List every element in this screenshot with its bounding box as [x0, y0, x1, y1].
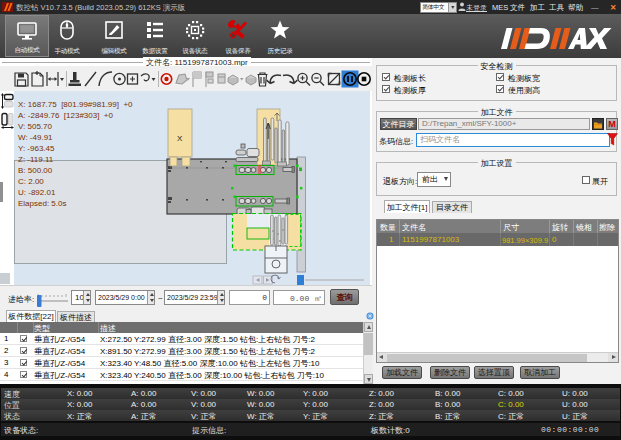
svg-text:X: X — [177, 134, 183, 143]
